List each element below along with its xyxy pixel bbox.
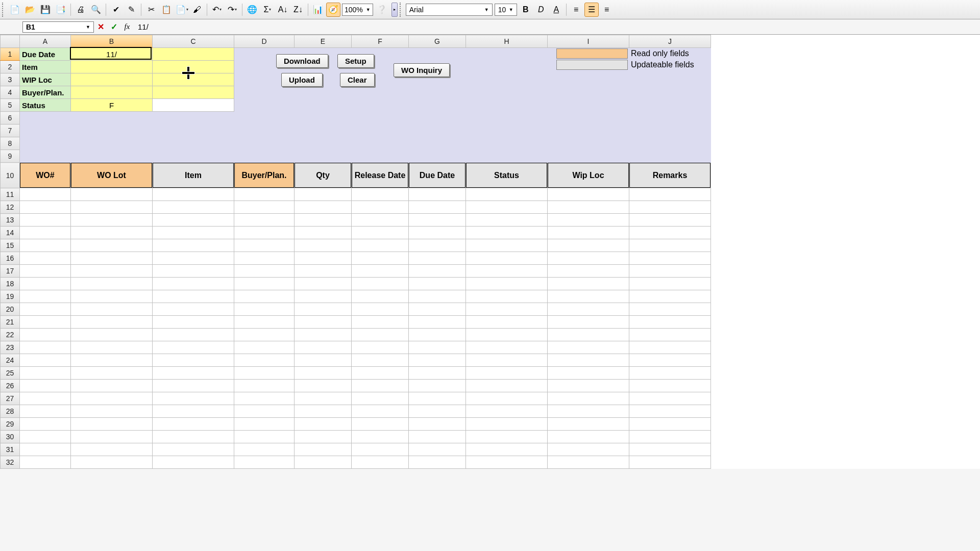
- cell-E11[interactable]: [295, 188, 352, 201]
- cell-I8[interactable]: [548, 137, 629, 150]
- cell-H31[interactable]: [466, 443, 548, 456]
- col-header-E[interactable]: E: [295, 35, 352, 48]
- cell-F5[interactable]: [352, 99, 409, 112]
- cell-G1[interactable]: [409, 48, 466, 61]
- cell-A13[interactable]: [20, 214, 71, 227]
- cell-H21[interactable]: [466, 316, 548, 329]
- cell-D19[interactable]: [234, 290, 295, 303]
- cell-E17[interactable]: [295, 265, 352, 278]
- cell-H14[interactable]: [466, 227, 548, 239]
- cell-J6[interactable]: [629, 112, 711, 124]
- cell-G22[interactable]: [409, 329, 466, 341]
- cell-D5[interactable]: [234, 99, 295, 112]
- row-header-18[interactable]: 18: [1, 278, 20, 290]
- col-header-C[interactable]: C: [153, 35, 234, 48]
- cell-E28[interactable]: [295, 405, 352, 418]
- cell-A5[interactable]: Status: [20, 99, 71, 112]
- row-header-24[interactable]: 24: [1, 354, 20, 367]
- cell-D14[interactable]: [234, 227, 295, 239]
- cell-D11[interactable]: [234, 188, 295, 201]
- sum-icon[interactable]: Σ▾: [260, 3, 275, 17]
- cell-A19[interactable]: [20, 290, 71, 303]
- cell-F16[interactable]: [352, 252, 409, 265]
- cell-I28[interactable]: [548, 405, 629, 418]
- cell-C9[interactable]: [153, 150, 234, 163]
- col-header-A[interactable]: A: [20, 35, 71, 48]
- row-header-11[interactable]: 11: [1, 188, 20, 201]
- cell-B17[interactable]: [71, 265, 153, 278]
- chart-icon[interactable]: 📊: [311, 3, 325, 17]
- cell-B6[interactable]: [71, 112, 153, 124]
- cell-C11[interactable]: [153, 188, 234, 201]
- cell-H10[interactable]: Status: [466, 163, 548, 188]
- row-header-16[interactable]: 16: [1, 252, 20, 265]
- cell-C13[interactable]: [153, 214, 234, 227]
- cell-G30[interactable]: [409, 431, 466, 443]
- cell-D20[interactable]: [234, 303, 295, 316]
- cell-F18[interactable]: [352, 278, 409, 290]
- row-header-22[interactable]: 22: [1, 329, 20, 341]
- cell-C20[interactable]: [153, 303, 234, 316]
- row-header-7[interactable]: 7: [1, 124, 20, 137]
- cell-C10[interactable]: Item: [153, 163, 234, 188]
- cell-E10[interactable]: Qty: [295, 163, 352, 188]
- cell-E19[interactable]: [295, 290, 352, 303]
- cell-A31[interactable]: [20, 443, 71, 456]
- cell-J10[interactable]: Remarks: [629, 163, 711, 188]
- cell-D27[interactable]: [234, 392, 295, 405]
- cell-F7[interactable]: [352, 124, 409, 137]
- cell-B21[interactable]: [71, 316, 153, 329]
- input-col-c-row-1[interactable]: [153, 53, 234, 55]
- formula-input[interactable]: 11/: [134, 22, 153, 31]
- cell-I6[interactable]: [548, 112, 629, 124]
- cell-I11[interactable]: [548, 188, 629, 201]
- cell-D18[interactable]: [234, 278, 295, 290]
- copy-icon[interactable]: 📋: [159, 3, 174, 17]
- print-preview-icon[interactable]: 🔍: [89, 3, 103, 17]
- cell-D10[interactable]: Buyer/Plan.: [234, 163, 295, 188]
- cell-H18[interactable]: [466, 278, 548, 290]
- input-item[interactable]: [71, 66, 152, 68]
- cell-H3[interactable]: [466, 73, 548, 86]
- cell-D21[interactable]: [234, 316, 295, 329]
- cell-D25[interactable]: [234, 367, 295, 380]
- cell-E20[interactable]: [295, 303, 352, 316]
- cell-I12[interactable]: [548, 201, 629, 214]
- cell-A1[interactable]: Due Date: [20, 48, 71, 61]
- cell-H2[interactable]: [466, 61, 548, 73]
- cell-I5[interactable]: [548, 99, 629, 112]
- cell-J22[interactable]: [629, 329, 711, 341]
- row-header-29[interactable]: 29: [1, 418, 20, 431]
- spellcheck-icon[interactable]: ✔: [109, 3, 123, 17]
- cell-A11[interactable]: [20, 188, 71, 201]
- cell-F9[interactable]: [352, 150, 409, 163]
- cell-H8[interactable]: [466, 137, 548, 150]
- cell-E4[interactable]: [295, 86, 352, 99]
- cell-F6[interactable]: [352, 112, 409, 124]
- cell-J24[interactable]: [629, 354, 711, 367]
- cell-E9[interactable]: [295, 150, 352, 163]
- cell-A25[interactable]: [20, 367, 71, 380]
- cell-H23[interactable]: [466, 341, 548, 354]
- cell-I16[interactable]: [548, 252, 629, 265]
- cell-E31[interactable]: [295, 443, 352, 456]
- cell-D31[interactable]: [234, 443, 295, 456]
- cell-G8[interactable]: [409, 137, 466, 150]
- font-size-select[interactable]: 10 ▼: [495, 4, 517, 16]
- cell-F8[interactable]: [352, 137, 409, 150]
- cell-F15[interactable]: [352, 239, 409, 252]
- cell-H26[interactable]: [466, 380, 548, 392]
- cell-B32[interactable]: [71, 456, 153, 469]
- cell-C27[interactable]: [153, 392, 234, 405]
- row-header-2[interactable]: 2: [1, 61, 20, 73]
- cell-B1[interactable]: 11/: [71, 48, 153, 61]
- row-header-31[interactable]: 31: [1, 443, 20, 456]
- cell-B27[interactable]: [71, 392, 153, 405]
- cell-G27[interactable]: [409, 392, 466, 405]
- cell-H11[interactable]: [466, 188, 548, 201]
- cell-E13[interactable]: [295, 214, 352, 227]
- cell-E14[interactable]: [295, 227, 352, 239]
- zoom-select[interactable]: 100% ▼: [342, 4, 373, 16]
- cell-F17[interactable]: [352, 265, 409, 278]
- cell-J20[interactable]: [629, 303, 711, 316]
